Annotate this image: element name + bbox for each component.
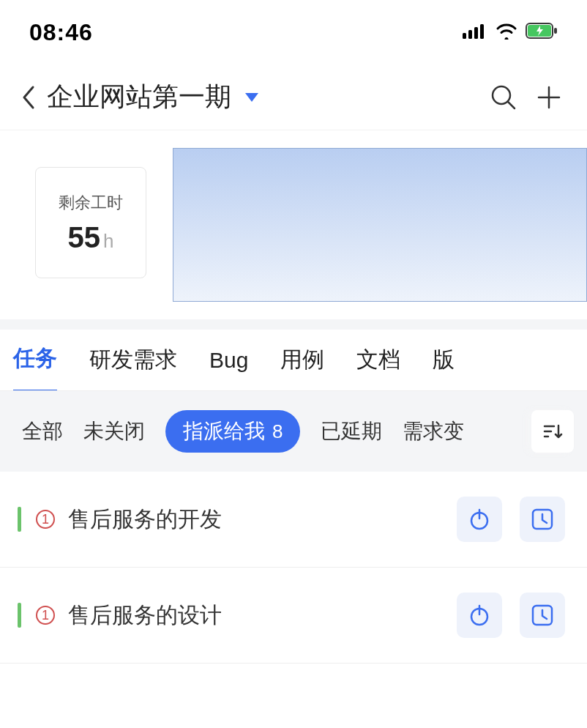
burndown-chart-panel[interactable] [173, 148, 587, 302]
tab-5[interactable]: 版 [433, 330, 455, 391]
filter-bar: 全部未关闭指派给我8已延期需求变 [0, 391, 587, 472]
filter-chip-4[interactable]: 需求变 [403, 417, 464, 445]
filter-chip-3[interactable]: 已延期 [321, 417, 382, 445]
task-start-button[interactable] [457, 593, 502, 638]
plus-icon [536, 84, 562, 111]
svg-line-8 [508, 102, 515, 108]
remaining-hours-label: 剩余工时 [59, 192, 123, 214]
main-tabs: 任务研发需求Bug用例文档版 [0, 330, 587, 391]
page-title[interactable]: 企业网站第一期 [47, 79, 231, 115]
power-icon [467, 507, 492, 532]
task-title: 售后服务的开发 [68, 505, 439, 535]
task-start-button[interactable] [457, 497, 502, 542]
filter-chip-label: 指派给我 [183, 417, 265, 445]
power-icon [467, 603, 492, 628]
cellular-icon [463, 23, 487, 42]
task-title: 售后服务的设计 [68, 601, 439, 631]
sort-icon [542, 423, 563, 440]
svg-rect-0 [463, 33, 466, 39]
task-list: 1售后服务的开发1售后服务的设计 [0, 472, 587, 664]
summary-row: 剩余工时 55 h [0, 130, 587, 330]
tab-2[interactable]: Bug [209, 332, 248, 389]
caret-down-icon [245, 93, 258, 102]
tab-3[interactable]: 用例 [280, 330, 324, 391]
svg-rect-6 [554, 28, 557, 34]
status-icons [463, 22, 558, 42]
back-button[interactable] [13, 83, 42, 112]
status-time: 08:46 [29, 19, 93, 46]
sort-button[interactable] [531, 410, 574, 453]
tab-1[interactable]: 研发需求 [89, 330, 177, 391]
task-log-hours-button[interactable] [520, 593, 565, 638]
task-log-hours-button[interactable] [520, 497, 565, 542]
filter-chip-2[interactable]: 指派给我8 [165, 410, 300, 453]
remaining-hours-card[interactable]: 剩余工时 55 h [35, 167, 146, 278]
battery-charging-icon [526, 23, 558, 42]
app-header: 企业网站第一期 [0, 64, 587, 130]
remaining-hours-value: 55 [68, 221, 101, 254]
task-priority-badge: 1 [36, 606, 55, 625]
wifi-icon [495, 22, 518, 42]
clock-icon [530, 507, 555, 532]
clock-icon [530, 603, 555, 628]
task-status-bar [18, 603, 21, 628]
search-icon [490, 83, 517, 111]
tab-4[interactable]: 文档 [356, 330, 400, 391]
add-button[interactable] [528, 77, 569, 118]
tab-0[interactable]: 任务 [13, 330, 57, 391]
filter-chip-1[interactable]: 未关闭 [83, 417, 145, 445]
filter-chip-count: 8 [272, 420, 283, 443]
chevron-left-icon [20, 85, 35, 110]
status-bar: 08:46 [0, 0, 587, 64]
search-button[interactable] [483, 77, 524, 118]
task-row[interactable]: 1售后服务的开发 [0, 472, 587, 568]
project-dropdown-button[interactable] [237, 83, 266, 112]
task-status-bar [18, 507, 21, 532]
svg-rect-1 [468, 30, 472, 39]
svg-rect-2 [474, 27, 478, 39]
task-priority-badge: 1 [36, 510, 55, 529]
remaining-hours-unit: h [103, 230, 113, 253]
svg-rect-3 [480, 24, 484, 39]
task-row[interactable]: 1售后服务的设计 [0, 568, 587, 664]
filter-chip-0[interactable]: 全部 [22, 417, 63, 445]
